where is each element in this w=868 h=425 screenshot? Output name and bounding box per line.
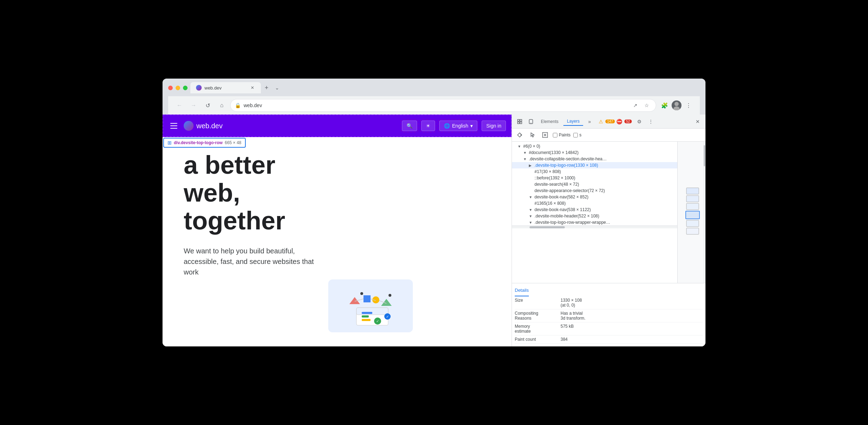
svg-rect-6 xyxy=(362,319,371,321)
active-tab[interactable]: web.dev ✕ xyxy=(190,82,261,93)
warning-count: 147 xyxy=(605,119,615,123)
page-subtext: We want to help you build beautiful, acc… xyxy=(184,246,318,277)
element-label-name: div.devsite-top-logo-row xyxy=(174,140,222,145)
slow-checkbox[interactable] xyxy=(573,133,578,137)
layer-item[interactable]: ▼ .devsite-collapsible-section.devsite-h… xyxy=(512,156,677,162)
layers-hscrollbar[interactable] xyxy=(512,226,677,228)
svg-rect-21 xyxy=(520,119,522,121)
bookmark-button[interactable]: ☆ xyxy=(642,100,652,110)
svg-rect-30 xyxy=(686,196,699,202)
theme-icon: ☀ xyxy=(426,123,430,129)
layers-pointer-button[interactable] xyxy=(527,130,537,140)
svg-rect-4 xyxy=(362,312,372,314)
layer-arrow: ▼ xyxy=(529,214,533,218)
svg-rect-31 xyxy=(686,203,699,210)
details-value-memory: 575 kB xyxy=(561,324,703,334)
layer-item[interactable]: ▼ devsite-book-nav(582 × 852) xyxy=(512,194,677,200)
layer-arrow: ▼ xyxy=(523,157,527,161)
layer-visualizer xyxy=(677,142,705,283)
layer-arrow: ▼ xyxy=(529,208,533,212)
devtools-device-button[interactable] xyxy=(526,117,536,127)
back-button[interactable]: ← xyxy=(174,100,185,111)
devtools-panel: Elements Layers » ⚠ 147 ⛔ 52 ⚙ ⋮ ✕ xyxy=(512,115,705,346)
profile-avatar[interactable] xyxy=(672,100,681,110)
close-button[interactable] xyxy=(168,86,173,90)
forward-button[interactable]: → xyxy=(188,100,199,111)
devtools-close-button[interactable]: ✕ xyxy=(693,117,703,127)
details-value-paintcount: 384 xyxy=(561,337,703,342)
home-button[interactable]: ⌂ xyxy=(216,100,227,111)
details-row-size: Size 1330 × 108(at 0, 0) xyxy=(515,296,703,309)
svg-marker-11 xyxy=(349,297,360,304)
toolbar-right: 🧩 ⋮ xyxy=(659,100,694,111)
details-row-memory: Memoryestimate 575 kB xyxy=(515,322,703,335)
site-logo-icon xyxy=(184,121,194,131)
layers-zoom-button[interactable] xyxy=(540,130,550,140)
tab-favicon xyxy=(196,85,202,91)
layer-item[interactable]: #17(30 × 808) xyxy=(512,168,677,175)
layer-item-selected[interactable]: ▶ .devsite-top-logo-row(1330 × 108) xyxy=(512,162,677,168)
address-bar[interactable]: 🔒 ↗ ☆ xyxy=(230,99,656,112)
tab-title: web.dev xyxy=(204,85,247,91)
devtools-inspect-button[interactable] xyxy=(515,117,525,127)
language-label: English xyxy=(452,123,468,129)
url-input[interactable] xyxy=(244,103,628,108)
maximize-button[interactable] xyxy=(183,86,188,90)
element-label-tooltip: ⊞ div.devsite-top-logo-row 665 × 48 xyxy=(163,138,246,148)
extensions-button[interactable]: 🧩 xyxy=(659,100,670,111)
element-label-size: 665 × 48 xyxy=(225,140,241,145)
layer-item[interactable]: ▼ .devsite-top-logo-row-wrapper-wrappe… xyxy=(512,219,677,226)
svg-rect-22 xyxy=(518,122,519,124)
devtools-tab-elements[interactable]: Elements xyxy=(537,118,562,125)
devtools-errors: ⛔ 52 xyxy=(616,119,632,124)
details-header: Details xyxy=(515,286,529,296)
details-label-memory: Memoryestimate xyxy=(515,324,561,334)
layer-item[interactable]: devsite-search(48 × 72) xyxy=(512,181,677,187)
share-button[interactable]: ↗ xyxy=(630,100,640,110)
details-label-size: Size xyxy=(515,298,561,308)
slow-checkbox-label[interactable]: s xyxy=(573,133,581,137)
svg-rect-33 xyxy=(686,220,699,227)
layer-item[interactable]: devsite-appearance-selector(72 × 72) xyxy=(512,187,677,194)
minimize-button[interactable] xyxy=(176,86,180,90)
layer-item[interactable]: ▼ #document(1330 × 14842) xyxy=(512,149,677,156)
paints-checkbox[interactable] xyxy=(553,133,557,137)
layers-vscrollbar[interactable] xyxy=(703,142,705,283)
devtools-more-options[interactable]: ⋮ xyxy=(646,117,656,127)
layer-item[interactable]: #1365(16 × 808) xyxy=(512,200,677,207)
menu-button[interactable]: ⋮ xyxy=(683,100,694,111)
tab-chevron-button[interactable]: ⌄ xyxy=(272,83,282,93)
layers-rotate-button[interactable] xyxy=(515,130,525,140)
layers-hscroll-thumb[interactable] xyxy=(530,226,565,228)
hamburger-button[interactable] xyxy=(168,120,179,131)
layers-body: ▼ #6(0 × 0) ▼ #document(1330 × 14842) ▼ … xyxy=(512,142,705,283)
toolbar-row: ← → ↺ ⌂ 🔒 ↗ ☆ 🧩 ⋮ xyxy=(168,96,700,115)
svg-point-19 xyxy=(389,294,391,297)
page-illustration: ✓ ✓ xyxy=(328,279,413,332)
new-tab-button[interactable]: + xyxy=(262,83,271,93)
layer-root[interactable]: ▼ #6(0 × 0) xyxy=(512,143,677,149)
devtools-settings-button[interactable]: ⚙ xyxy=(635,117,644,127)
layer-item[interactable]: ::before(1392 × 1000) xyxy=(512,175,677,181)
error-count: 52 xyxy=(624,119,632,123)
layer-item[interactable]: ▼ devsite-book-nav(538 × 1122) xyxy=(512,207,677,213)
layers-tree[interactable]: ▼ #6(0 × 0) ▼ #document(1330 × 14842) ▼ … xyxy=(512,142,677,283)
element-label-icon: ⊞ xyxy=(167,140,172,146)
language-button[interactable]: 🌐 English ▾ xyxy=(439,121,477,131)
reload-button[interactable]: ↺ xyxy=(202,100,213,111)
svg-marker-14 xyxy=(381,299,392,306)
svg-point-1 xyxy=(673,106,680,110)
details-label-paintcount: Paint count xyxy=(515,337,561,342)
paints-checkbox-label[interactable]: Paints xyxy=(553,133,570,137)
search-button[interactable]: 🔍 xyxy=(402,121,417,131)
page-body: a better web, together We want to help y… xyxy=(163,137,512,291)
page-heading: a better web, together xyxy=(184,151,490,235)
signin-label: Sign in xyxy=(486,123,501,129)
theme-button[interactable]: ☀ xyxy=(421,121,435,131)
layer-item[interactable]: ▼ .devsite-mobile-header(522 × 108) xyxy=(512,213,677,219)
devtools-more-tabs[interactable]: » xyxy=(585,117,594,127)
devtools-tab-layers[interactable]: Layers xyxy=(563,117,583,126)
tab-close-button[interactable]: ✕ xyxy=(250,85,255,91)
layers-vscroll-thumb[interactable] xyxy=(704,145,705,166)
signin-button[interactable]: Sign in xyxy=(482,121,506,131)
